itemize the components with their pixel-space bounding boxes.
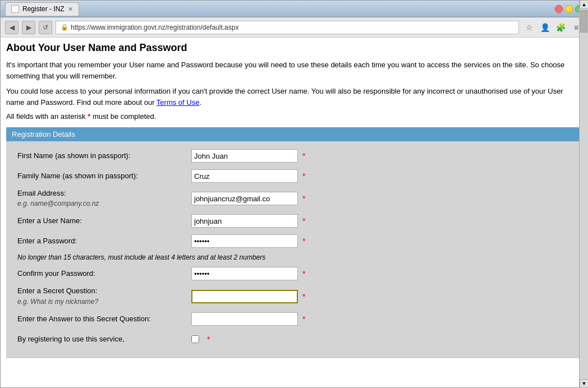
- email-row: Email Address: e.g. name@company.co.nz *: [17, 188, 571, 209]
- nav-bar: ◀ ▶ ↺ 🔒 https://www.immigration.govt.nz/…: [1, 17, 587, 38]
- password-required: *: [302, 237, 305, 246]
- first-name-required: *: [302, 151, 305, 160]
- family-name-required: *: [302, 172, 305, 181]
- first-name-label: First Name (as shown in passport):: [17, 151, 191, 161]
- required-note: All fields with an asterisk * must be co…: [6, 112, 582, 121]
- secret-question-required: *: [302, 292, 305, 301]
- secret-answer-input[interactable]: [191, 312, 298, 326]
- scroll-track[interactable]: [580, 38, 587, 379]
- username-input[interactable]: [191, 214, 298, 228]
- form-area: First Name (as shown in passport): * Fam…: [6, 141, 582, 358]
- confirm-password-label: Confirm your Password:: [17, 269, 191, 279]
- url-text: https://www.immigration.govt.nz/registra…: [71, 24, 238, 31]
- para2-start: You could lose access to your personal i…: [6, 87, 563, 107]
- refresh-button[interactable]: ↺: [39, 21, 52, 34]
- para2-end: .: [199, 98, 201, 107]
- by-registering-label: By registering to use this service,: [17, 334, 191, 344]
- scrollbar[interactable]: ▲ ▼: [579, 38, 587, 387]
- password-row: Enter a Password: *: [17, 233, 571, 249]
- family-name-input[interactable]: [191, 169, 298, 183]
- email-label: Email Address: e.g. name@company.co.nz: [17, 188, 191, 209]
- tab-title: Register - INZ: [22, 5, 65, 13]
- scroll-down-button[interactable]: ▼: [580, 379, 587, 387]
- required-note-end: must be completed.: [90, 112, 156, 121]
- secret-question-label: Enter a Secret Question: e.g. What is my…: [17, 286, 191, 306]
- email-required: *: [302, 194, 305, 203]
- password-label: Enter a Password:: [17, 236, 191, 246]
- maximize-button[interactable]: [565, 5, 573, 13]
- browser-tab[interactable]: Register - INZ ✕: [5, 2, 79, 16]
- first-name-row: First Name (as shown in passport): *: [17, 148, 571, 164]
- terms-of-use-link[interactable]: Terms of Use: [157, 98, 200, 107]
- username-required: *: [302, 216, 305, 225]
- intro-paragraph-1: It's important that you remember your Us…: [6, 59, 582, 81]
- by-registering-required: *: [207, 335, 210, 344]
- title-bar: Register - INZ ✕: [1, 1, 587, 17]
- intro-paragraph-2: You could lose access to your personal i…: [6, 86, 582, 108]
- tab-icon: [11, 5, 19, 13]
- section-header: Registration Details: [6, 127, 582, 141]
- by-registering-row: By registering to use this service, *: [17, 331, 571, 347]
- username-row: Enter a User Name: *: [17, 213, 571, 229]
- forward-button[interactable]: ▶: [22, 21, 35, 34]
- first-name-input[interactable]: [191, 149, 298, 163]
- nav-icons: ☆ 👤 🧩 ≡: [522, 21, 583, 34]
- minimize-button[interactable]: [555, 5, 563, 13]
- password-hint: No longer than 15 characters, must inclu…: [17, 253, 571, 261]
- secret-answer-row: Enter the Answer to this Secret Question…: [17, 311, 571, 327]
- confirm-password-required: *: [302, 269, 305, 278]
- extensions-icon[interactable]: 🧩: [554, 21, 567, 34]
- secret-question-input[interactable]: [191, 290, 298, 303]
- page-title: About Your User Name and Password: [6, 42, 582, 54]
- secret-question-row: Enter a Secret Question: e.g. What is my…: [17, 286, 571, 306]
- family-name-label: Family Name (as shown in passport):: [17, 171, 191, 181]
- address-bar[interactable]: 🔒 https://www.immigration.govt.nz/regist…: [56, 21, 519, 34]
- confirm-password-input[interactable]: [191, 267, 298, 280]
- section-header-text: Registration Details: [12, 130, 75, 138]
- browser-window: Register - INZ ✕ ◀ ▶ ↺ 🔒 https://www.imm…: [0, 0, 588, 388]
- tab-close-button[interactable]: ✕: [68, 6, 73, 13]
- username-label: Enter a User Name:: [17, 216, 191, 226]
- lock-icon: 🔒: [61, 24, 68, 31]
- secret-answer-label: Enter the Answer to this Secret Question…: [17, 314, 191, 324]
- by-registering-checkbox[interactable]: [191, 335, 199, 343]
- page-content: About Your User Name and Password It's i…: [1, 38, 587, 387]
- email-input[interactable]: [191, 192, 298, 205]
- star-icon[interactable]: ☆: [522, 21, 536, 34]
- family-name-row: Family Name (as shown in passport): *: [17, 168, 571, 184]
- confirm-password-row: Confirm your Password: *: [17, 266, 571, 281]
- password-input[interactable]: [191, 234, 298, 248]
- by-registering-checkbox-area: *: [191, 335, 210, 344]
- secret-answer-required: *: [302, 315, 305, 324]
- profile-icon[interactable]: 👤: [538, 21, 552, 34]
- back-button[interactable]: ◀: [5, 21, 19, 34]
- required-note-start: All fields with an asterisk: [6, 112, 88, 121]
